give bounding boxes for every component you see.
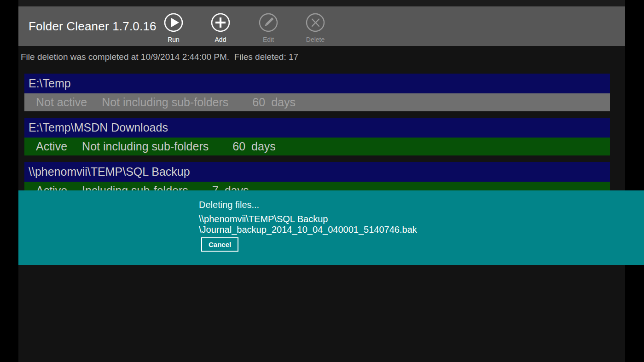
app-window: Folder Cleaner 1.7.0.16 Run bbox=[18, 0, 625, 362]
add-button[interactable]: Add bbox=[200, 10, 241, 45]
plus-icon bbox=[208, 10, 233, 35]
run-button-label: Run bbox=[168, 36, 180, 43]
folder-days-value: 60 bbox=[252, 96, 265, 109]
dialog-title: Deleting files... bbox=[199, 200, 259, 210]
folder-path: \\phenomvii\TEMP\SQL Backup bbox=[29, 165, 190, 178]
folder-scope: Not including sub-folders bbox=[102, 96, 228, 109]
screen: Folder Cleaner 1.7.0.16 Run bbox=[0, 0, 644, 362]
folder-detail-row: Active Not including sub-folders 60days bbox=[24, 138, 610, 155]
folder-days-value: 60 bbox=[232, 140, 245, 153]
dialog-file-name: \Journal_backup_2014_10_04_040001_514074… bbox=[199, 224, 417, 235]
app-title: Folder Cleaner 1.7.0.16 bbox=[29, 6, 157, 46]
pencil-icon bbox=[255, 10, 281, 35]
folder-path: E:\Temp\MSDN Downloads bbox=[29, 121, 168, 134]
play-icon bbox=[161, 10, 186, 35]
folder-entry[interactable]: E:\Temp Not active Not including sub-fol… bbox=[24, 74, 610, 111]
dialog-file-path: \\phenomvii\TEMP\SQL Backup \Journal_bac… bbox=[199, 214, 417, 235]
edit-button[interactable]: Edit bbox=[248, 10, 289, 45]
app-bar: Folder Cleaner 1.7.0.16 Run bbox=[18, 6, 625, 46]
x-icon bbox=[302, 10, 328, 35]
edit-button-label: Edit bbox=[263, 36, 274, 43]
delete-button-label: Delete bbox=[306, 36, 325, 43]
folder-status: Active bbox=[36, 140, 67, 153]
folder-detail-row: Not active Not including sub-folders 60d… bbox=[24, 93, 610, 111]
folder-path-header: E:\Temp\MSDN Downloads bbox=[24, 118, 610, 138]
folder-days: 60days bbox=[232, 140, 276, 153]
folder-days-label: days bbox=[251, 140, 276, 153]
folder-scope: Not including sub-folders bbox=[82, 140, 209, 153]
folder-days-label: days bbox=[271, 96, 296, 109]
folder-list: E:\Temp Not active Not including sub-fol… bbox=[24, 74, 610, 206]
status-message: File deletion was completed at 10/9/2014… bbox=[21, 52, 298, 62]
folder-days: 60days bbox=[252, 96, 296, 109]
delete-button[interactable]: Delete bbox=[295, 10, 336, 45]
top-strip bbox=[18, 0, 625, 6]
add-button-label: Add bbox=[215, 36, 226, 43]
cancel-button[interactable]: Cancel bbox=[201, 237, 238, 252]
folder-path: E:\Temp bbox=[29, 77, 71, 90]
folder-status: Not active bbox=[36, 96, 87, 109]
folder-path-header: \\phenomvii\TEMP\SQL Backup bbox=[24, 162, 610, 182]
folder-entry[interactable]: E:\Temp\MSDN Downloads Active Not includ… bbox=[24, 118, 610, 155]
folder-path-header: E:\Temp bbox=[24, 74, 610, 93]
run-button[interactable]: Run bbox=[153, 10, 194, 45]
deleting-files-dialog: Deleting files... \\phenomvii\TEMP\SQL B… bbox=[18, 190, 644, 265]
dialog-folder-path: \\phenomvii\TEMP\SQL Backup bbox=[199, 214, 417, 224]
